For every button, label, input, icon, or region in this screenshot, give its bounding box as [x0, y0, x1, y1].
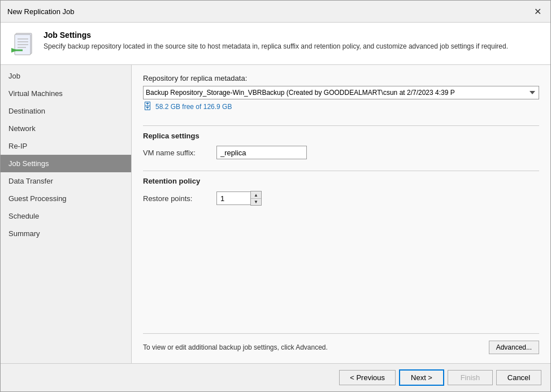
- divider-1: [143, 125, 539, 126]
- spinbox-down-button[interactable]: ▼: [251, 198, 261, 205]
- svg-rect-7: [15, 50, 23, 51]
- sidebar-item-data-transfer[interactable]: Data Transfer: [1, 172, 131, 190]
- repository-dropdown[interactable]: Backup Repository_Storage-Win_VBRBackup …: [143, 86, 539, 99]
- next-button[interactable]: Next >: [399, 369, 444, 386]
- spinbox-up-button[interactable]: ▲: [251, 191, 261, 198]
- body-area: Job Virtual Machines Destination Network…: [1, 65, 550, 363]
- repository-dropdown-row: Backup Repository_Storage-Win_VBRBackup …: [143, 86, 539, 99]
- advanced-button[interactable]: Advanced...: [489, 341, 539, 354]
- bottom-bar: < Previous Next > Finish Cancel: [1, 363, 550, 391]
- sidebar-item-schedule[interactable]: Schedule: [1, 207, 131, 225]
- header-text: Job Settings Specify backup repository l…: [44, 31, 508, 51]
- vm-name-suffix-row: VM name suffix:: [143, 146, 539, 159]
- cancel-button[interactable]: Cancel: [496, 370, 541, 385]
- replica-settings-title: Replica settings: [143, 132, 539, 140]
- sidebar-item-destination[interactable]: Destination: [1, 102, 131, 120]
- new-replication-job-dialog: New Replication Job ✕ Job Settings Spec: [0, 0, 551, 392]
- sidebar: Job Virtual Machines Destination Network…: [1, 65, 132, 363]
- sidebar-item-summary[interactable]: Summary: [1, 225, 131, 242]
- finish-button[interactable]: Finish: [448, 370, 493, 385]
- db-icon: 🗄: [143, 102, 152, 112]
- vm-name-suffix-label: VM name suffix:: [143, 149, 216, 157]
- restore-points-label: Restore points:: [143, 194, 216, 203]
- divider-2: [143, 171, 539, 171]
- storage-info: 🗄 58.2 GB free of 126.9 GB: [143, 102, 539, 112]
- repository-label: Repository for replica metadata:: [143, 74, 539, 82]
- footer-note-text: To view or edit additional backup job se…: [143, 343, 328, 351]
- footer-note-area: To view or edit additional backup job se…: [143, 333, 539, 354]
- content-area: Repository for replica metadata: Backup …: [132, 65, 550, 363]
- sidebar-item-guest-processing[interactable]: Guest Processing: [1, 190, 131, 207]
- restore-points-spinbox: ▲ ▼: [216, 191, 262, 206]
- close-button[interactable]: ✕: [531, 5, 544, 18]
- job-settings-icon: [10, 31, 37, 58]
- sidebar-item-job-settings[interactable]: Job Settings: [1, 155, 131, 172]
- restore-points-input[interactable]: [216, 191, 250, 205]
- restore-points-row: Restore points: ▲ ▼: [143, 191, 539, 206]
- sidebar-item-virtual-machines[interactable]: Virtual Machines: [1, 85, 131, 102]
- sidebar-item-network[interactable]: Network: [1, 120, 131, 137]
- previous-button[interactable]: < Previous: [339, 370, 396, 385]
- header-description: Specify backup repository located in the…: [44, 42, 508, 51]
- title-bar: New Replication Job ✕: [1, 1, 550, 23]
- vm-name-suffix-input[interactable]: [216, 146, 307, 159]
- retention-policy-title: Retention policy: [143, 177, 539, 185]
- storage-info-text: 58.2 GB free of 126.9 GB: [155, 103, 232, 111]
- sidebar-item-reip[interactable]: Re-IP: [1, 137, 131, 155]
- header-title: Job Settings: [44, 31, 508, 40]
- spinbox-buttons: ▲ ▼: [250, 191, 262, 206]
- header-area: Job Settings Specify backup repository l…: [1, 23, 550, 65]
- dialog-title: New Replication Job: [7, 7, 75, 16]
- sidebar-item-job[interactable]: Job: [1, 67, 131, 85]
